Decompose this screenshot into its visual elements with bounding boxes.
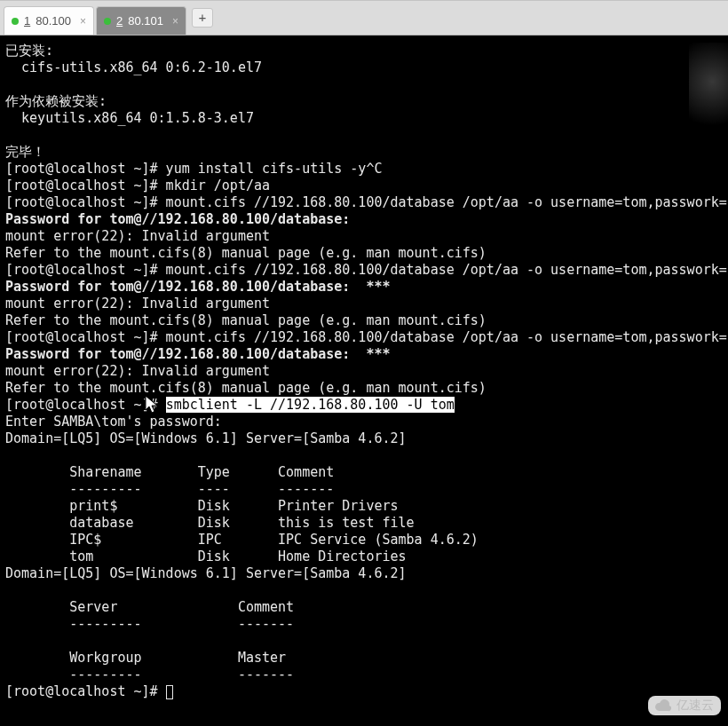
- tab-label: 80.100: [36, 14, 71, 28]
- highlighted-command: smbclient -L //192.168.80.100 -U tom: [166, 397, 455, 413]
- add-tab-button[interactable]: +: [192, 8, 213, 28]
- terminal-content: 已安装: cifs-utils.x86_64 0:6.2-10.el7 作为依赖…: [5, 43, 723, 700]
- close-icon[interactable]: ×: [172, 15, 178, 28]
- tab-bar: 1 80.100 × 2 80.101 × +: [0, 0, 728, 36]
- tab-2[interactable]: 2 80.101 ×: [96, 6, 186, 35]
- cursor-icon: [166, 685, 173, 699]
- close-icon[interactable]: ×: [80, 15, 86, 28]
- tab-number: 2: [116, 14, 123, 28]
- tab-label: 80.101: [128, 14, 163, 28]
- tab-number: 1: [24, 14, 30, 28]
- status-dot-icon: [12, 18, 19, 25]
- terminal[interactable]: 已安装: cifs-utils.x86_64 0:6.2-10.el7 作为依赖…: [0, 36, 728, 726]
- status-dot-icon: [104, 18, 111, 25]
- tab-1[interactable]: 1 80.100 ×: [4, 6, 94, 35]
